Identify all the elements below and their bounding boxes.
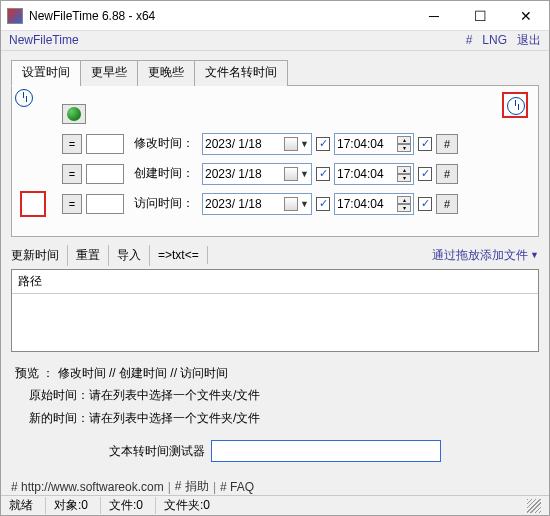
tab-filename-to-time[interactable]: 文件名转时间 <box>194 60 288 86</box>
menu-lng[interactable]: LNG <box>482 33 507 47</box>
spinner-icon: ▴▾ <box>397 166 411 182</box>
spinner-icon: ▴▾ <box>397 136 411 152</box>
chevron-down-icon: ▼ <box>300 169 309 179</box>
clock-icon <box>502 92 528 118</box>
tester-label: 文本转时间测试器 <box>109 443 205 460</box>
globe-icon <box>67 107 81 121</box>
tab-pane-set-time: = 修改时间： 2023/ 1/18 ▼ ✓ 17:04:04 ▴▾ ✓ # =… <box>11 86 539 237</box>
preview-header: 预览 ： 修改时间 // 创建时间 // 访问时间 <box>15 362 535 385</box>
calendar-icon <box>284 137 298 151</box>
link-faq[interactable]: # FAQ <box>220 480 254 494</box>
clock-icon <box>20 191 46 217</box>
chevron-down-icon: ▼ <box>530 250 539 260</box>
preview-block: 预览 ： 修改时间 // 创建时间 // 访问时间 原始时间：请在列表中选择一个… <box>15 362 535 430</box>
offset-field-create[interactable] <box>86 164 124 184</box>
date-input-modify[interactable]: 2023/ 1/18 ▼ <box>202 133 312 155</box>
status-ready: 就绪 <box>9 497 41 514</box>
menubar-title[interactable]: NewFileTime <box>9 33 456 47</box>
spinner-icon: ▴▾ <box>397 196 411 212</box>
equals-button-access[interactable]: = <box>62 194 82 214</box>
hash-button-modify[interactable]: # <box>436 134 458 154</box>
date-input-access[interactable]: 2023/ 1/18 ▼ <box>202 193 312 215</box>
menubar: NewFileTime # LNG 退出 <box>1 31 549 51</box>
maximize-button[interactable]: ☐ <box>457 1 503 31</box>
import-button[interactable]: 导入 <box>109 245 150 266</box>
close-button[interactable]: ✕ <box>503 1 549 31</box>
footer-links: # http://www.softwareok.com | # 捐助 | # F… <box>11 472 539 495</box>
offset-field-access[interactable] <box>86 194 124 214</box>
tab-later[interactable]: 更晚些 <box>137 60 195 86</box>
window-title: NewFileTime 6.88 - x64 <box>29 9 411 23</box>
preview-original: 原始时间：请在列表中选择一个文件夹/文件 <box>15 384 535 407</box>
checkbox-modify-time[interactable]: ✓ <box>418 137 432 151</box>
add-files-dropdown[interactable]: 通过拖放添加文件 ▼ <box>432 247 539 264</box>
app-icon <box>7 8 23 24</box>
titlebar: NewFileTime 6.88 - x64 ─ ☐ ✕ <box>1 1 549 31</box>
tab-earlier[interactable]: 更早些 <box>80 60 138 86</box>
preview-new: 新的时间：请在列表中选择一个文件夹/文件 <box>15 407 535 430</box>
update-time-button[interactable]: 更新时间 <box>11 245 68 266</box>
reset-button[interactable]: 重置 <box>68 245 109 266</box>
checkbox-create-date[interactable]: ✓ <box>316 167 330 181</box>
resize-grip-icon[interactable] <box>527 499 541 513</box>
menu-exit[interactable]: 退出 <box>517 32 541 49</box>
app-window: NewFileTime 6.88 - x64 ─ ☐ ✕ NewFileTime… <box>0 0 550 516</box>
chevron-down-icon: ▼ <box>300 199 309 209</box>
link-website[interactable]: # http://www.softwareok.com <box>11 480 164 494</box>
calendar-icon <box>284 167 298 181</box>
equals-button-modify[interactable]: = <box>62 134 82 154</box>
toolbar-secondary: 更新时间 重置 导入 =>txt<= 通过拖放添加文件 ▼ <box>11 245 539 266</box>
checkbox-access-date[interactable]: ✓ <box>316 197 330 211</box>
checkbox-modify-date[interactable]: ✓ <box>316 137 330 151</box>
status-objects: 对象:0 <box>45 497 96 514</box>
minimize-button[interactable]: ─ <box>411 1 457 31</box>
checkbox-access-time[interactable]: ✓ <box>418 197 432 211</box>
statusbar: 就绪 对象:0 文件:0 文件夹:0 <box>1 495 549 515</box>
label-create-time: 创建时间： <box>128 165 198 182</box>
export-txt-button[interactable]: =>txt<= <box>150 246 208 264</box>
hash-button-access[interactable]: # <box>436 194 458 214</box>
link-donate[interactable]: # 捐助 <box>175 478 209 495</box>
calendar-icon <box>284 197 298 211</box>
globe-button[interactable] <box>62 104 86 124</box>
time-input-modify[interactable]: 17:04:04 ▴▾ <box>334 133 414 155</box>
chevron-down-icon: ▼ <box>300 139 309 149</box>
offset-field-modify[interactable] <box>86 134 124 154</box>
file-list[interactable]: 路径 <box>11 269 539 352</box>
tab-set-time[interactable]: 设置时间 <box>11 60 81 86</box>
tester-input[interactable] <box>211 440 441 462</box>
time-input-access[interactable]: 17:04:04 ▴▾ <box>334 193 414 215</box>
hash-button-create[interactable]: # <box>436 164 458 184</box>
status-folders: 文件夹:0 <box>155 497 218 514</box>
tabs: 设置时间 更早些 更晚些 文件名转时间 <box>11 59 539 86</box>
label-access-time: 访问时间： <box>128 195 198 212</box>
time-input-create[interactable]: 17:04:04 ▴▾ <box>334 163 414 185</box>
equals-button-create[interactable]: = <box>62 164 82 184</box>
date-input-create[interactable]: 2023/ 1/18 ▼ <box>202 163 312 185</box>
label-modify-time: 修改时间： <box>128 135 198 152</box>
status-files: 文件:0 <box>100 497 151 514</box>
text-to-time-tester: 文本转时间测试器 <box>1 440 549 462</box>
list-header-path[interactable]: 路径 <box>12 270 538 294</box>
menu-hash[interactable]: # <box>466 33 473 47</box>
checkbox-create-time[interactable]: ✓ <box>418 167 432 181</box>
